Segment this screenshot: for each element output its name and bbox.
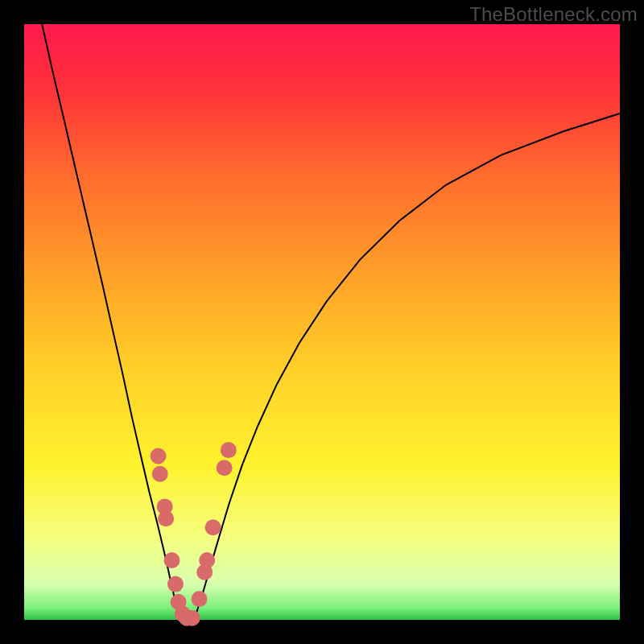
- watermark-text: TheBottleneck.com: [469, 3, 638, 26]
- beads-left-point: [164, 552, 180, 568]
- beads-right-point: [217, 460, 233, 476]
- beads-right-point: [205, 519, 221, 535]
- bottleneck-chart: [24, 24, 620, 620]
- chart-frame: TheBottleneck.com: [0, 0, 644, 644]
- beads-left-point: [151, 448, 167, 464]
- beads-right-point: [199, 552, 215, 568]
- heat-background: [24, 24, 620, 620]
- beads-left-point: [167, 576, 184, 592]
- beads-right-point: [192, 591, 208, 607]
- beads-left-point: [158, 510, 174, 526]
- beads-right-point: [221, 442, 237, 458]
- beads-right-point: [184, 610, 200, 626]
- beads-left-point: [152, 466, 168, 482]
